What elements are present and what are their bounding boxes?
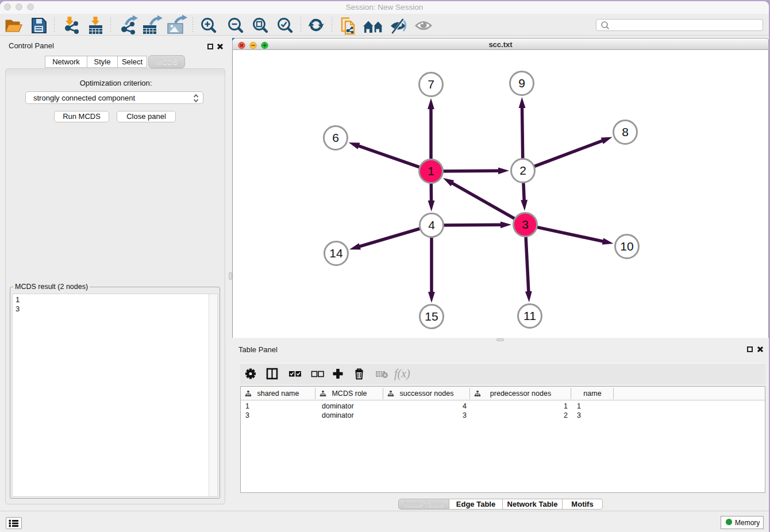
svg-text:6: 6 [332, 131, 339, 144]
svg-text:1: 1 [428, 164, 434, 178]
svg-text:2: 2 [519, 164, 526, 177]
svg-text:14: 14 [329, 246, 343, 260]
svg-text:7: 7 [428, 78, 434, 91]
svg-text:9: 9 [518, 76, 525, 90]
svg-text:8: 8 [622, 125, 629, 138]
svg-text:11: 11 [523, 309, 536, 322]
svg-text:15: 15 [425, 310, 438, 323]
svg-text:10: 10 [620, 240, 633, 253]
svg-text:3: 3 [522, 218, 529, 231]
svg-text:4: 4 [428, 218, 435, 232]
